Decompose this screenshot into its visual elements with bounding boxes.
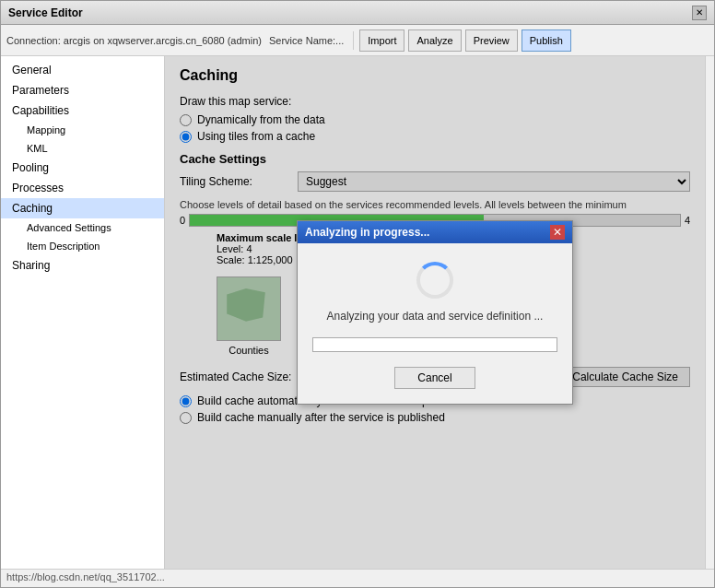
toolbar: Connection: arcgis on xqwserver.arcgis.c… (1, 25, 714, 56)
sidebar-item-advanced-settings[interactable]: Advanced Settings (1, 218, 164, 237)
modal-progress-text: Analyzing your data and service definiti… (327, 310, 544, 323)
sidebar-item-processes[interactable]: Processes (1, 178, 164, 198)
progress-spinner (416, 262, 453, 299)
right-scrollbar-area (705, 56, 714, 569)
sidebar: General Parameters Capabilities Mapping … (1, 56, 165, 569)
analyze-button[interactable]: Analyze (408, 29, 461, 52)
main-area: General Parameters Capabilities Mapping … (1, 56, 714, 569)
import-button[interactable]: Import (359, 29, 404, 52)
sidebar-item-parameters[interactable]: Parameters (1, 80, 164, 100)
window-frame: Service Editor ✕ Connection: arcgis on x… (0, 0, 715, 588)
modal-overlay: Analyzing in progress... ✕ Analyzing you… (165, 56, 705, 569)
service-name-label: Service Name:... (269, 35, 344, 46)
sidebar-item-pooling[interactable]: Pooling (1, 158, 164, 178)
toolbar-separator (353, 31, 354, 50)
sidebar-item-general[interactable]: General (1, 60, 164, 80)
modal-title: Analyzing in progress... (305, 226, 429, 239)
sidebar-item-mapping[interactable]: Mapping (1, 121, 164, 139)
window-title: Service Editor (8, 6, 83, 19)
publish-button[interactable]: Publish (522, 29, 571, 52)
sidebar-item-sharing[interactable]: Sharing (1, 255, 164, 276)
close-icon[interactable]: ✕ (692, 6, 707, 20)
sidebar-item-caching[interactable]: Caching (1, 198, 164, 218)
modal-close-button[interactable]: ✕ (550, 225, 565, 240)
analyzing-dialog: Analyzing in progress... ✕ Analyzing you… (297, 220, 573, 405)
title-bar: Service Editor ✕ (1, 1, 714, 25)
status-bar-text: https://blog.csdn.net/qq_3511702... (6, 571, 165, 582)
modal-progress-bar (312, 337, 557, 352)
sidebar-item-item-description[interactable]: Item Description (1, 237, 164, 255)
status-bar: https://blog.csdn.net/qq_3511702... (1, 569, 714, 587)
preview-button[interactable]: Preview (465, 29, 518, 52)
sidebar-item-kml[interactable]: KML (1, 139, 164, 158)
connection-label: Connection: arcgis on xqwserver.arcgis.c… (6, 35, 262, 46)
modal-titlebar: Analyzing in progress... ✕ (298, 221, 572, 243)
modal-body: Analyzing your data and service definiti… (298, 243, 572, 404)
cancel-button[interactable]: Cancel (394, 367, 475, 389)
sidebar-item-capabilities[interactable]: Capabilities (1, 100, 164, 121)
content-area: Caching Draw this map service: Dynamical… (165, 56, 705, 569)
